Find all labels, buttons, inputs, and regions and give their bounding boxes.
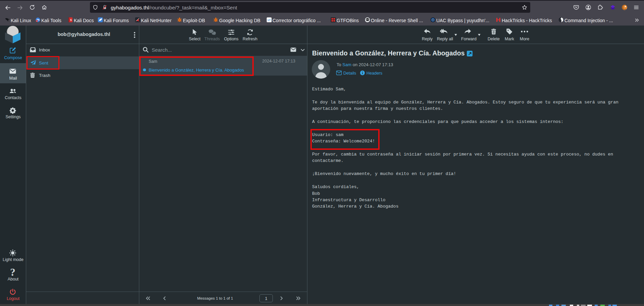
svg-text:S: S xyxy=(70,18,72,21)
svg-text:LT: LT xyxy=(268,18,271,21)
svg-text:π: π xyxy=(36,20,37,22)
